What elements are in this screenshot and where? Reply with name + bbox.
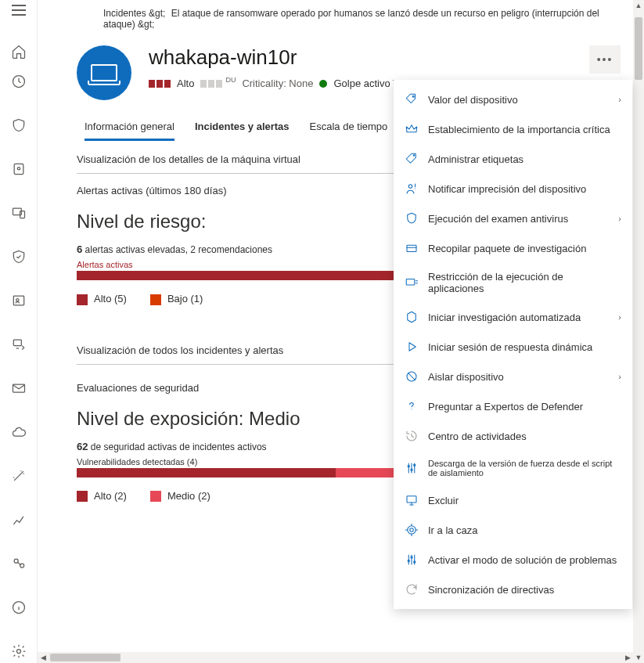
menu-ask-experts[interactable]: Preguntar a Expertos de Defender: [394, 391, 632, 421]
scroll-up-icon[interactable]: ▲: [633, 0, 644, 11]
sliders-icon: [405, 461, 419, 475]
risk-bars: [149, 80, 171, 88]
reports-icon[interactable]: [11, 512, 27, 528]
legend-swatch-med: [150, 491, 161, 502]
play-icon: [405, 340, 419, 354]
menu-collect-package[interactable]: Recopilar paquete de investigación: [394, 233, 632, 263]
svg-marker-18: [408, 312, 416, 322]
breadcrumb[interactable]: Incidentes &gt; El ataque de ransomware …: [38, 5, 633, 34]
svg-point-2: [17, 168, 20, 170]
svg-point-6: [16, 299, 18, 301]
clock-icon[interactable]: [11, 74, 27, 89]
target-icon: [405, 523, 419, 537]
menu-exclude[interactable]: Excluir: [394, 485, 632, 515]
svg-point-10: [20, 564, 23, 568]
left-nav-rail: [0, 0, 38, 663]
scroll-down-icon[interactable]: ▼: [633, 652, 644, 663]
menu-run-av[interactable]: Ejecución del examen antivirus›: [394, 204, 632, 233]
wand-icon[interactable]: [11, 468, 27, 484]
svg-rect-23: [407, 496, 416, 503]
scroll-right-icon[interactable]: ▶: [622, 652, 633, 663]
menu-action-center[interactable]: Centro de actividades: [394, 421, 632, 451]
asset-icon[interactable]: [11, 161, 27, 177]
secure-icon[interactable]: [11, 249, 27, 265]
learn-icon[interactable]: [11, 556, 27, 571]
svg-point-25: [410, 528, 414, 532]
shield-icon[interactable]: [11, 117, 27, 133]
sync-icon: [405, 582, 419, 596]
scrollbar-thumb-h[interactable]: [50, 654, 121, 661]
laptop-icon: [91, 64, 117, 81]
scroll-left-icon[interactable]: ◀: [38, 652, 49, 663]
legend-swatch-low: [150, 294, 161, 305]
du-label: DU: [225, 76, 236, 84]
legend-swatch-high2: [77, 491, 88, 502]
menu-criticality[interactable]: Establecimiento de la importancia crític…: [394, 114, 632, 144]
device-actions-menu: Valor del dispositivo› Establecimiento d…: [394, 80, 632, 609]
svg-rect-17: [406, 279, 415, 286]
svg-rect-7: [13, 340, 21, 346]
question-icon: [405, 399, 419, 413]
restrict-icon: [405, 276, 419, 290]
legend-swatch-high: [77, 294, 88, 305]
device-title: whakapa-win10r: [149, 45, 633, 70]
menu-policy-sync[interactable]: Sincronización de directivas: [394, 575, 632, 604]
menu-auto-investigation[interactable]: Iniciar investigación automatizada›: [394, 302, 632, 332]
tags-icon: [405, 152, 419, 166]
svg-point-13: [412, 95, 414, 97]
menu-manage-tags[interactable]: Administrar etiquetas: [394, 144, 632, 174]
mail-icon[interactable]: [11, 380, 27, 396]
svg-point-24: [408, 526, 416, 535]
menu-live-response[interactable]: Iniciar sesión de respuesta dinámica: [394, 332, 632, 362]
menu-device-value[interactable]: Valor del dispositivo›: [394, 85, 632, 114]
info-icon[interactable]: [11, 600, 27, 615]
gear-outline-icon: [405, 310, 419, 324]
cloud-icon[interactable]: [11, 424, 27, 440]
package-icon: [405, 241, 419, 255]
monitor-icon: [405, 493, 419, 507]
person-alert-icon: [405, 182, 419, 196]
settings-icon[interactable]: [11, 643, 27, 659]
shield-scan-icon: [405, 211, 419, 225]
svg-rect-16: [407, 245, 416, 251]
svg-point-12: [16, 650, 20, 654]
exposure-bars: [200, 80, 222, 88]
menu-go-hunt[interactable]: Ir a la caza: [394, 515, 632, 545]
risk-label: Alto: [177, 77, 194, 89]
menu-restrict-apps[interactable]: Restricción de la ejecución de aplicacio…: [394, 263, 632, 302]
tag-icon: [405, 92, 419, 106]
chevron-right-icon: ›: [618, 95, 621, 104]
vertical-scrollbar[interactable]: ▲ ▼: [633, 0, 644, 663]
menu-force-download[interactable]: Descarga de la versión de fuerza desde e…: [394, 451, 632, 485]
svg-point-14: [413, 155, 415, 157]
menu-troubleshoot[interactable]: Activar el modo de solución de problemas: [394, 545, 632, 575]
crown-icon: [405, 122, 419, 136]
tab-overview[interactable]: Información general: [85, 121, 174, 141]
menu-isolate[interactable]: Aislar dispositivo›: [394, 362, 632, 391]
chevron-right-icon: ›: [618, 214, 621, 223]
block-icon: [405, 369, 419, 384]
menu-icon[interactable]: [11, 5, 27, 16]
device-avatar: [77, 45, 131, 100]
horizontal-scrollbar[interactable]: ◀ ▶: [38, 652, 633, 663]
devices-icon[interactable]: [11, 205, 27, 221]
svg-rect-1: [14, 164, 23, 174]
home-icon[interactable]: [11, 44, 27, 59]
chevron-right-icon: ›: [618, 372, 621, 381]
svg-rect-8: [13, 384, 24, 392]
scrollbar-thumb[interactable]: [635, 17, 642, 80]
tab-timeline[interactable]: Escala de tiempo: [310, 121, 388, 141]
endpoint-icon[interactable]: [11, 337, 27, 352]
status-dot-icon: [319, 80, 327, 88]
sliders2-icon: [405, 553, 419, 567]
more-actions-button[interactable]: •••: [589, 45, 621, 74]
contact-icon[interactable]: [11, 293, 27, 308]
svg-point-15: [408, 185, 412, 189]
menu-report-inaccuracy[interactable]: Notificar imprecisión del dispositivo: [394, 174, 632, 204]
chevron-right-icon: ›: [618, 312, 621, 322]
tab-incidents[interactable]: Incidentes y alertas: [195, 121, 290, 141]
criticality-label: Criticality: None: [242, 77, 313, 89]
history-icon: [405, 429, 419, 443]
